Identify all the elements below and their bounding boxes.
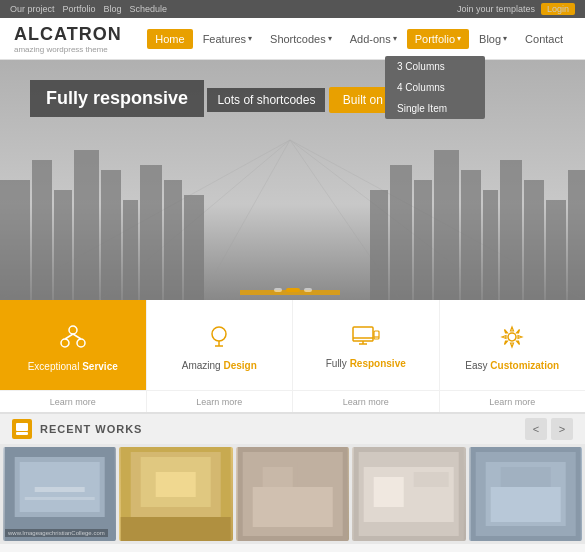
svg-rect-11 bbox=[101, 170, 121, 300]
svg-rect-57 bbox=[263, 467, 293, 487]
recent-works-left: RECENT WORKS bbox=[12, 419, 142, 439]
topbar-item-0[interactable]: Our project bbox=[10, 4, 55, 14]
thumb-2-inner bbox=[119, 447, 232, 541]
design-icon bbox=[207, 324, 231, 356]
svg-rect-25 bbox=[568, 170, 585, 300]
learn-more-4[interactable]: Learn more bbox=[440, 391, 586, 412]
recent-works-icon bbox=[12, 419, 32, 439]
feature-design: Amazing Design bbox=[147, 300, 294, 390]
topbar-right-text: Join your templates bbox=[457, 4, 535, 14]
svg-rect-9 bbox=[54, 190, 72, 300]
svg-rect-43 bbox=[16, 432, 28, 435]
dot-1[interactable] bbox=[274, 288, 282, 292]
work-thumb-2[interactable] bbox=[119, 447, 232, 541]
login-button[interactable]: Login bbox=[541, 3, 575, 15]
learn-more-2[interactable]: Learn more bbox=[147, 391, 294, 412]
topbar-item-2[interactable]: Blog bbox=[104, 4, 122, 14]
svg-rect-7 bbox=[0, 180, 30, 300]
work-thumb-1[interactable]: www.ImageagechristianCollege.com bbox=[3, 447, 116, 541]
feature-design-label: Amazing Design bbox=[182, 360, 257, 371]
feature-service: Exceptional Service bbox=[0, 300, 147, 390]
dot-3[interactable] bbox=[304, 288, 312, 292]
feature-customization-label: Easy Customization bbox=[465, 360, 559, 371]
svg-rect-18 bbox=[414, 180, 432, 300]
work-thumb-4[interactable] bbox=[352, 447, 465, 541]
recent-works-nav: < > bbox=[525, 418, 573, 440]
svg-line-31 bbox=[73, 334, 81, 339]
svg-rect-15 bbox=[184, 195, 204, 300]
feature-service-label: Exceptional Service bbox=[28, 361, 118, 372]
svg-point-28 bbox=[61, 339, 69, 347]
portfolio-dropdown: 3 Columns 4 Columns Single Item bbox=[385, 56, 485, 119]
chevron-down-icon: ▾ bbox=[328, 34, 332, 43]
recent-works-title: RECENT WORKS bbox=[40, 423, 142, 435]
learn-more-row: Learn more Learn more Learn more Learn m… bbox=[0, 390, 585, 412]
svg-rect-14 bbox=[164, 180, 182, 300]
svg-point-41 bbox=[508, 333, 516, 341]
top-bar-right: Join your templates Login bbox=[457, 3, 575, 15]
learn-more-3[interactable]: Learn more bbox=[293, 391, 440, 412]
svg-rect-12 bbox=[123, 200, 138, 300]
svg-point-27 bbox=[69, 326, 77, 334]
thumb-1-inner bbox=[3, 447, 116, 541]
svg-rect-48 bbox=[25, 497, 95, 500]
features-section: Exceptional Service Amazing Design bbox=[0, 300, 585, 390]
svg-rect-22 bbox=[500, 160, 522, 300]
svg-rect-58 bbox=[298, 462, 333, 487]
nav-portfolio[interactable]: Portfolio ▾ bbox=[407, 29, 469, 49]
svg-rect-35 bbox=[353, 327, 373, 341]
svg-rect-23 bbox=[524, 180, 544, 300]
customization-icon bbox=[499, 324, 525, 356]
svg-rect-68 bbox=[500, 467, 550, 487]
topbar-item-3[interactable]: Schedule bbox=[130, 4, 168, 14]
logo-title: ALCATRON bbox=[14, 24, 122, 45]
works-row: www.ImageagechristianCollege.com bbox=[0, 444, 585, 544]
svg-rect-42 bbox=[16, 423, 28, 431]
thumb-4-inner bbox=[352, 447, 465, 541]
feature-responsive: Fully Responsive bbox=[293, 300, 440, 390]
svg-rect-13 bbox=[140, 165, 162, 300]
thumb-3-inner bbox=[236, 447, 349, 541]
watermark: www.ImageagechristianCollege.com bbox=[5, 529, 108, 537]
work-thumb-3[interactable] bbox=[236, 447, 349, 541]
hero-subtitle: Lots of shortcodes bbox=[207, 88, 325, 112]
svg-rect-24 bbox=[546, 200, 566, 300]
thumb-5-inner bbox=[469, 447, 582, 541]
dot-2[interactable] bbox=[286, 288, 300, 292]
svg-rect-19 bbox=[434, 150, 459, 300]
svg-rect-67 bbox=[490, 487, 560, 522]
nav-addons[interactable]: Add-ons ▾ bbox=[342, 29, 405, 49]
svg-rect-39 bbox=[374, 331, 379, 339]
svg-rect-62 bbox=[374, 477, 404, 507]
svg-rect-10 bbox=[74, 150, 99, 300]
svg-rect-17 bbox=[390, 165, 412, 300]
svg-rect-47 bbox=[35, 487, 85, 492]
nav-shortcodes[interactable]: Shortcodes ▾ bbox=[262, 29, 340, 49]
top-bar: Our project Portfolio Blog Schedule Join… bbox=[0, 0, 585, 18]
svg-rect-21 bbox=[483, 190, 498, 300]
dropdown-item-single[interactable]: Single Item bbox=[385, 98, 485, 119]
svg-rect-63 bbox=[414, 472, 449, 487]
feature-customization: Easy Customization bbox=[440, 300, 586, 390]
main-nav: Home Features ▾ Shortcodes ▾ Add-ons ▾ P… bbox=[147, 29, 571, 49]
nav-features[interactable]: Features ▾ bbox=[195, 29, 260, 49]
learn-more-1[interactable]: Learn more bbox=[0, 391, 147, 412]
next-button[interactable]: > bbox=[551, 418, 573, 440]
svg-rect-53 bbox=[121, 517, 231, 541]
dropdown-item-4col[interactable]: 4 Columns bbox=[385, 77, 485, 98]
topbar-item-1[interactable]: Portfolio bbox=[63, 4, 96, 14]
nav-home[interactable]: Home bbox=[147, 29, 192, 49]
hero-section: Fully responsive Lots of shortcodes Buil… bbox=[0, 60, 585, 300]
work-thumb-5[interactable] bbox=[469, 447, 582, 541]
svg-rect-8 bbox=[32, 160, 52, 300]
chevron-down-icon: ▾ bbox=[393, 34, 397, 43]
nav-blog[interactable]: Blog ▾ bbox=[471, 29, 515, 49]
recent-works-header: RECENT WORKS < > bbox=[0, 412, 585, 444]
svg-line-30 bbox=[65, 334, 73, 339]
nav-contact[interactable]: Contact bbox=[517, 29, 571, 49]
svg-point-32 bbox=[212, 327, 226, 341]
dropdown-item-3col[interactable]: 3 Columns bbox=[385, 56, 485, 77]
prev-button[interactable]: < bbox=[525, 418, 547, 440]
top-bar-left: Our project Portfolio Blog Schedule bbox=[10, 4, 167, 14]
svg-point-29 bbox=[77, 339, 85, 347]
